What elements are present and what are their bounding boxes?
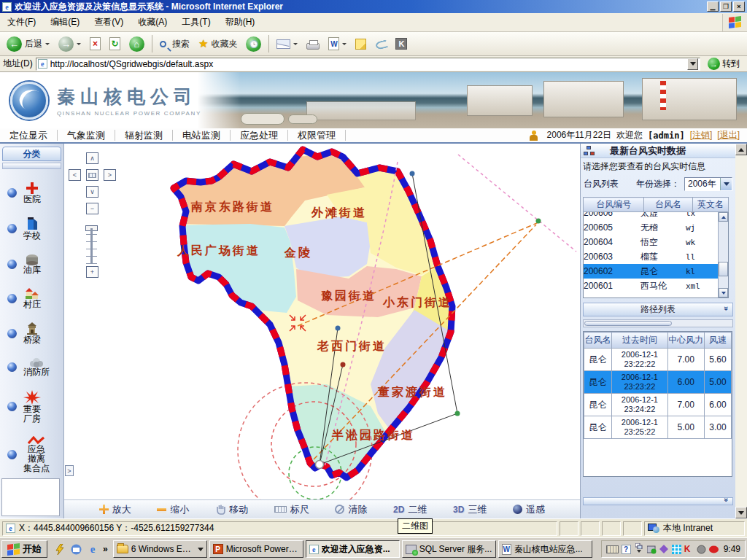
mail-button[interactable] [273, 34, 301, 54]
center-ruler-button[interactable] [86, 169, 98, 181]
tab-emergency-handling[interactable]: 应急处理 [231, 130, 288, 141]
gray-circle-tray-icon[interactable] [697, 545, 706, 554]
typhoon-current-position[interactable] [316, 461, 324, 469]
sidebar-item-assembly-point[interactable]: 应急 撤离 集合点 [0, 436, 63, 473]
taskbar-clock[interactable]: 9:49 [724, 544, 740, 554]
zoom-in-button[interactable]: + [86, 266, 98, 278]
page-scrollbar[interactable] [735, 144, 747, 518]
refresh-button[interactable]: ↻ [106, 34, 124, 54]
ati-tray-icon[interactable] [709, 545, 719, 554]
tab-location-display[interactable]: 定位显示 [0, 130, 58, 141]
task-sql-server[interactable]: SQL Server 服务... [402, 540, 496, 558]
menu-favorites[interactable]: 收藏(A) [131, 16, 174, 28]
grid-tray-icon[interactable] [672, 545, 681, 554]
table-row-selected[interactable]: 200602昆仑kl [584, 264, 719, 279]
horizontal-scrollbar[interactable] [583, 319, 733, 327]
sidebar-item-school[interactable]: 学校 [0, 217, 63, 241]
sql-server-tray-icon[interactable] [647, 545, 657, 554]
task-windows-explorer-group[interactable]: 6 Windows Expl... [113, 540, 207, 558]
scroll-up-button[interactable] [735, 144, 747, 155]
track-point[interactable] [455, 411, 460, 416]
menu-help[interactable]: 帮助(H) [218, 16, 263, 28]
tab-station-monitor[interactable]: 电站监测 [173, 130, 231, 141]
scroll-up-button[interactable] [719, 212, 728, 222]
table-row[interactable]: 200601西马伦xml [584, 279, 719, 293]
kaspersky-tray-icon[interactable]: K [684, 545, 694, 554]
restore-button[interactable]: ❐ [720, 1, 732, 12]
start-button[interactable]: 开始 [1, 540, 47, 558]
table-row[interactable]: 昆仑2006-12-1 23:25:225.003.00 [584, 416, 732, 439]
track-point[interactable] [341, 362, 346, 368]
edit-word-button[interactable]: W [325, 34, 350, 54]
go-button[interactable]: →转到 [703, 58, 744, 70]
table-row[interactable]: 200604悟空wk [584, 235, 719, 249]
pan-up-button[interactable]: ∧ [86, 152, 98, 164]
map-zoom-in-button[interactable]: 放大 [99, 503, 131, 516]
menu-view[interactable]: 查看(V) [87, 16, 131, 28]
pan-left-button[interactable]: < [69, 169, 81, 181]
tab-weather-monitor[interactable]: 气象监测 [58, 130, 115, 141]
h-scroll-thumb[interactable] [584, 321, 672, 326]
history-button[interactable]: 🕓 [242, 34, 265, 54]
back-button[interactable]: ←后退 [3, 34, 53, 54]
task-word-document[interactable]: W 秦山核电站应急... [498, 540, 592, 558]
home-button[interactable]: ⌂ [125, 34, 148, 54]
address-url[interactable]: http://localhost/QSgridwebgis/default.as… [50, 59, 213, 69]
quick-launch-desktop-icon[interactable] [53, 542, 66, 556]
table-row[interactable]: 昆仑2006-12-1 23:24:227.006.00 [584, 394, 732, 416]
map-pan-button[interactable]: 移动 [215, 503, 248, 516]
task-ie-emergency-system[interactable]: e 欢迎进入应急资... [306, 540, 400, 558]
quick-launch-overflow-chevron[interactable]: » [103, 544, 108, 554]
discuss-button[interactable] [352, 34, 370, 54]
category-header[interactable]: 分类 [2, 147, 61, 161]
menu-file[interactable]: 文件(F) [0, 16, 43, 28]
scroll-down-button[interactable] [735, 507, 747, 518]
minimize-button[interactable]: ▁ [707, 1, 719, 12]
expand-panel-button[interactable]: > [65, 465, 74, 476]
table-row[interactable]: 200606太虚tx [584, 212, 719, 220]
sidebar-item-fire-station[interactable]: 消防所 [0, 357, 63, 377]
sidebar-item-bridge[interactable]: 桥梁 [0, 322, 63, 345]
pan-down-button[interactable]: ∨ [86, 186, 98, 198]
year-select[interactable]: 2006年 [684, 177, 732, 191]
tab-permission-mgmt[interactable]: 权限管理 [288, 130, 346, 141]
sidebar-item-oil-depot[interactable]: 油库 [0, 254, 63, 275]
track-point[interactable] [336, 326, 341, 331]
favorites-button[interactable]: ★收藏夹 [195, 34, 241, 54]
track-point[interactable] [410, 171, 415, 176]
collapse-chevron-icon[interactable]: » [723, 498, 731, 502]
map-ruler-button[interactable]: 标尺 [274, 503, 309, 516]
exit-link[interactable]: [退出] [717, 129, 740, 141]
menu-edit[interactable]: 编辑(E) [43, 16, 87, 28]
keyboard-layout-icon[interactable] [606, 545, 619, 553]
map-clear-button[interactable]: 清除 [335, 503, 367, 516]
search-button[interactable]: 搜索 [156, 34, 193, 54]
map-3d-button[interactable]: 3D三维 [453, 503, 487, 516]
track-point[interactable] [536, 219, 541, 224]
window-arrange-icon[interactable] [634, 543, 644, 555]
map-remote-sensing-button[interactable]: 遥感 [513, 503, 545, 516]
antivirus-button[interactable]: K [392, 34, 411, 54]
table-row[interactable]: 200603榴莲ll [584, 249, 719, 264]
quick-launch-outlook-icon[interactable] [69, 542, 82, 556]
table-row[interactable]: 200605无稽wj [584, 220, 719, 235]
path-list-header[interactable]: 路径列表 » [583, 303, 733, 316]
scroll-down-button[interactable] [719, 288, 728, 298]
table-row[interactable]: 昆仑2006-12-1 23:22:227.005.60 [584, 349, 732, 371]
year-dropdown-icon[interactable] [720, 178, 732, 190]
table-scrollbar[interactable] [718, 212, 728, 298]
forward-button[interactable]: → [55, 34, 85, 54]
sidebar-item-hospital[interactable]: 医院 [0, 182, 63, 204]
map-2d-button[interactable]: 2D二维 [393, 503, 427, 516]
logout-link[interactable]: [注销] [690, 129, 713, 141]
menu-tools[interactable]: 工具(T) [174, 16, 217, 28]
office-tray-icon[interactable] [659, 545, 669, 554]
sidebar-item-village[interactable]: 村庄 [0, 287, 63, 309]
panel-collapse-bar[interactable]: » [583, 497, 733, 505]
quick-launch-ie-icon[interactable]: e [86, 542, 99, 556]
address-dropdown-button[interactable] [687, 58, 698, 70]
pan-right-button[interactable]: > [104, 169, 116, 181]
map-canvas[interactable]: 南京东路街道 外滩街道 人民广场街道 金陵 豫园街道 小东门街道 老西门街道 董… [64, 144, 580, 499]
print-button[interactable] [303, 34, 323, 54]
close-button[interactable]: × [733, 1, 745, 12]
